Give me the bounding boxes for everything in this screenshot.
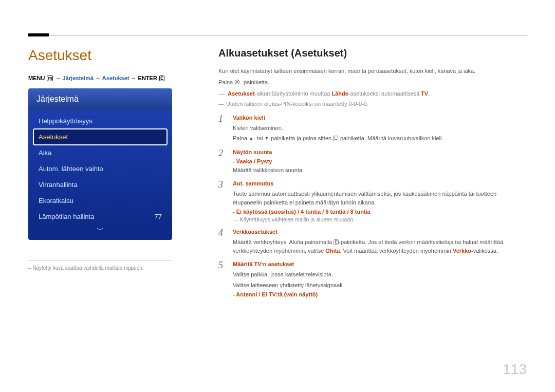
- step-5: Määritä TV:n asetukset Valitse paikka, j…: [218, 261, 527, 297]
- step-body: Määritä verkkoyhteys. Aloita painamalla …: [233, 238, 527, 255]
- enter-icon: E: [159, 76, 164, 81]
- top-rule-accent: [28, 33, 49, 36]
- breadcrumb: MENU m → Järjestelmä → Asetukset → ENTER…: [28, 75, 203, 81]
- osd-menu-item-label: Asetukset: [39, 133, 68, 141]
- step-3: Aut. sammutus Tuote sammuu automaattises…: [218, 180, 527, 222]
- step-option: Vaaka / Pysty: [233, 158, 527, 164]
- osd-menu-item[interactable]: Lämpötilan hallinta 77: [33, 209, 167, 225]
- step-body: Paina ▲- tai ▼-painiketta ja paina sitte…: [233, 134, 527, 143]
- step-title: Näytön suunta: [233, 149, 527, 155]
- left-divider: [28, 260, 172, 261]
- osd-menu-item[interactable]: Autom. lähteen vaihto: [33, 161, 167, 177]
- page-title: Alkuasetukset (Asetukset): [218, 47, 527, 59]
- page-number: 113: [503, 361, 527, 378]
- menu-icon: m: [47, 76, 53, 81]
- step-body: Valitse paikka, jossa katselet televisio…: [233, 270, 527, 279]
- step-1: Valikon kieli Kielen valitseminen. Paina…: [218, 115, 527, 143]
- osd-menu-item[interactable]: Helppokäyttöisyys: [33, 113, 167, 129]
- osd-menu-item-label: Virranhallinta: [39, 181, 78, 189]
- step-option: Antenni / Ei TV:tä (vain näyttö): [233, 291, 527, 297]
- press-line: Paina ⦿ -painiketta.: [218, 79, 527, 87]
- note-red: TV: [421, 90, 428, 97]
- step-title: Aut. sammutus: [233, 180, 527, 186]
- osd-menu-item[interactable]: Ekoratkaisu: [33, 193, 167, 209]
- osd-menu-panel: Järjestelmä Helppokäyttöisyys Asetukset …: [28, 88, 172, 240]
- osd-menu-item[interactable]: Aika: [33, 145, 167, 161]
- step-subnote: Käytettävyys vaihtelee mallin ja alueen …: [233, 216, 527, 222]
- left-footnote: – Näytetty kuva saattaa vaihdella mallis…: [28, 265, 172, 271]
- left-column: Asetukset MENU m → Järjestelmä → Asetuks…: [28, 47, 218, 371]
- osd-menu-item-label: Ekoratkaisu: [39, 197, 73, 204]
- breadcrumb-arrow: →: [55, 75, 61, 81]
- breadcrumb-seg-1: Järjestelmä: [63, 75, 94, 81]
- chevron-down-icon: ﹀: [97, 226, 104, 234]
- breadcrumb-arrow: →: [131, 75, 137, 81]
- note-1: Asetukset-alkumääritystoiminto muuttaa L…: [218, 90, 527, 98]
- osd-menu-item-label: Helppokäyttöisyys: [39, 117, 92, 125]
- breadcrumb-menu-label: MENU: [28, 75, 45, 81]
- osd-menu-item-label: Autom. lähteen vaihto: [39, 165, 103, 173]
- osd-menu-item-value: 77: [155, 213, 162, 220]
- osd-menu-item-label: Lämpötilan hallinta: [39, 213, 94, 220]
- breadcrumb-arrow: →: [95, 75, 101, 81]
- step-4: Verkkoasetukset Määritä verkkoyhteys. Al…: [218, 229, 527, 255]
- osd-menu-body: Helppokäyttöisyys Asetukset Aika Autom. …: [28, 110, 172, 240]
- step-body: Kielen valitseminen.: [233, 124, 527, 133]
- osd-menu-item-selected[interactable]: Asetukset: [33, 129, 167, 145]
- enter-icon: E: [333, 136, 338, 141]
- steps-list: Valikon kieli Kielen valitseminen. Paina…: [218, 115, 527, 298]
- osd-menu-item-label: Aika: [39, 149, 51, 157]
- step-option: Ei käytössä (suositus) / 4 tuntia / 6 tu…: [233, 209, 527, 215]
- right-column: Alkuasetukset (Asetukset) Kun olet käynn…: [218, 47, 527, 371]
- note-red: Asetukset: [228, 90, 255, 97]
- step-title: Määritä TV:n asetukset: [233, 261, 527, 267]
- step-body: Tuote sammuu automaattisesti ylikuumentu…: [233, 190, 527, 207]
- osd-menu-header: Järjestelmä: [28, 88, 172, 110]
- page: Asetukset MENU m → Järjestelmä → Asetuks…: [28, 47, 527, 371]
- top-rule: [28, 35, 527, 35]
- osd-menu-item[interactable]: Virranhallinta: [33, 177, 167, 193]
- note-red: Lähde: [331, 90, 348, 97]
- enter-icon: E: [334, 239, 339, 245]
- step-title: Verkkoasetukset: [233, 229, 527, 235]
- note-2: Uuden laitteen oletus-PIN-koodiksi on mä…: [218, 100, 527, 108]
- section-title: Asetukset: [28, 47, 203, 64]
- step-2: Näytön suunta Vaaka / Pysty Määritä vali…: [218, 149, 527, 175]
- step-body: Valitse laitteeseen yhdistetty lähetyssi…: [233, 281, 527, 290]
- step-title: Valikon kieli: [233, 115, 527, 121]
- up-arrow-icon: ▲: [249, 135, 253, 142]
- breadcrumb-seg-2: Asetukset: [102, 75, 130, 81]
- breadcrumb-enter-label: ENTER: [138, 75, 157, 81]
- osd-menu-more[interactable]: ﹀: [33, 225, 167, 238]
- step-body: Määritä valikkosivun suunta.: [233, 166, 527, 175]
- intro-text: Kun olet käynnistänyt laitteen ensimmäis…: [218, 67, 527, 76]
